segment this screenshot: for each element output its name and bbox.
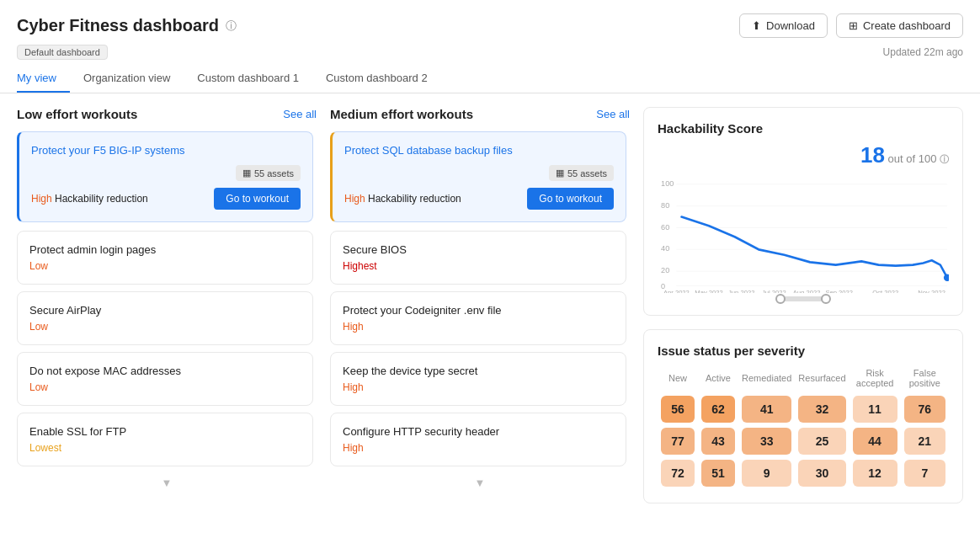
med-item-3-title[interactable]: Keep the device type secret <box>343 365 614 377</box>
med-item-4-severity: High <box>343 442 364 454</box>
svg-text:Sep 2022: Sep 2022 <box>825 289 853 293</box>
title-info-icon[interactable]: ⓘ <box>226 19 237 34</box>
low-item-2-severity: Low <box>29 321 48 333</box>
table-row: 9 <box>738 457 795 489</box>
low-effort-assets-badge: ▦ 55 assets <box>236 165 301 181</box>
table-row: 33 <box>738 425 795 457</box>
svg-text:Oct 2022: Oct 2022 <box>872 289 898 293</box>
create-dashboard-button[interactable]: ⊞ Create dashboard <box>836 13 963 38</box>
low-effort-see-all[interactable]: See all <box>283 108 317 120</box>
table-row: 25 <box>795 425 849 457</box>
hackability-card: Hackability Score 18 out of 100 ⓘ 100 80… <box>643 107 963 316</box>
list-item: Protect admin login pages Low <box>17 231 313 285</box>
low-effort-title: Low effort workouts <box>17 107 137 121</box>
list-item: Do not expose MAC addresses Low <box>17 352 313 406</box>
low-item-1-title[interactable]: Protect admin login pages <box>29 243 301 256</box>
med-item-1-title[interactable]: Secure BIOS <box>343 243 614 256</box>
hackability-title: Hackability Score <box>658 121 949 136</box>
tab-custom-2[interactable]: Custom dashboard 2 <box>312 65 441 93</box>
hackability-out-of: out of 100 <box>888 152 937 165</box>
hackability-info-icon[interactable]: ⓘ <box>940 154 949 164</box>
tab-bar: My view Organization view Custom dashboa… <box>0 65 980 93</box>
medium-effort-assets-badge: ▦ 55 assets <box>549 165 614 181</box>
table-row: 30 <box>795 457 849 489</box>
scroll-down-arrow-med[interactable]: ▼ <box>475 477 486 489</box>
table-row: 56 <box>658 393 698 425</box>
low-effort-featured-title[interactable]: Protect your F5 BIG-IP systems <box>31 144 301 157</box>
medium-effort-featured-title[interactable]: Protect SQL database backup files <box>344 144 614 157</box>
med-item-2-severity: High <box>343 321 364 333</box>
issue-table: New Active Remediated Resurfaced Risk ac… <box>658 368 949 489</box>
med-item-4-title[interactable]: Configure HTTP security header <box>343 425 614 438</box>
medium-effort-go-btn[interactable]: Go to workout <box>527 188 614 210</box>
scroll-down-arrow[interactable]: ▼ <box>162 477 173 489</box>
low-effort-severity: High <box>31 193 52 205</box>
col-new: New <box>658 368 698 393</box>
table-row: 7 <box>901 457 949 489</box>
low-item-3-title[interactable]: Do not expose MAC addresses <box>29 365 301 377</box>
col-active: Active <box>698 368 738 393</box>
table-row: 11 <box>850 393 901 425</box>
hackability-chart: 100 80 60 40 20 0 <box>658 175 949 293</box>
col-remediated: Remediated <box>738 368 795 393</box>
list-item: Protect your Codeigniter .env file High <box>330 291 626 345</box>
low-effort-featured-card: Protect your F5 BIG-IP systems ▦ 55 asse… <box>17 131 313 222</box>
low-item-4-title[interactable]: Enable SSL for FTP <box>29 425 301 438</box>
svg-text:60: 60 <box>661 221 669 231</box>
tab-my-view[interactable]: My view <box>17 65 70 93</box>
create-icon: ⊞ <box>849 19 858 32</box>
list-item: Enable SSL for FTP Lowest <box>17 413 313 466</box>
svg-text:Aug 2022: Aug 2022 <box>793 289 821 293</box>
medium-effort-title: Medium effort workouts <box>330 107 473 121</box>
list-item: Configure HTTP security header High <box>330 413 626 466</box>
table-row: 76 <box>901 393 949 425</box>
hackability-score-value: 18 <box>860 142 885 168</box>
default-badge: Default dashboard <box>17 45 108 60</box>
table-row: 41 <box>738 393 795 425</box>
page-title: Cyber Fitness dashboard <box>17 16 219 35</box>
svg-text:100: 100 <box>661 178 674 188</box>
svg-text:80: 80 <box>661 200 669 210</box>
table-row: 43 <box>698 425 738 457</box>
col-false-positive: False positive <box>901 368 949 393</box>
table-row: 21 <box>901 425 949 457</box>
svg-point-12 <box>944 274 949 281</box>
assets-icon: ▦ <box>242 168 251 178</box>
low-item-1-severity: Low <box>29 260 48 272</box>
svg-text:40: 40 <box>661 243 669 253</box>
low-effort-go-btn[interactable]: Go to workout <box>214 188 301 210</box>
low-item-3-severity: Low <box>29 381 48 393</box>
med-item-1-severity: Highest <box>343 260 377 272</box>
svg-text:Apr 2022: Apr 2022 <box>663 289 690 293</box>
low-item-4-severity: Lowest <box>29 442 61 454</box>
chart-range-slider[interactable] <box>658 296 949 301</box>
tab-custom-1[interactable]: Custom dashboard 1 <box>184 65 312 93</box>
col-risk-accepted: Risk accepted <box>850 368 901 393</box>
updated-text: Updated 22m ago <box>883 46 963 58</box>
table-row: 44 <box>850 425 901 457</box>
download-icon: ⬆ <box>752 19 761 32</box>
right-panel: Hackability Score 18 out of 100 ⓘ 100 80… <box>643 107 963 533</box>
svg-text:Jul 2022: Jul 2022 <box>762 289 786 293</box>
issue-status-title: Issue status per severity <box>658 344 949 358</box>
table-row: 51 <box>698 457 738 489</box>
medium-effort-featured-card: Protect SQL database backup files ▦ 55 a… <box>330 131 626 222</box>
tab-org-view[interactable]: Organization view <box>70 65 184 93</box>
medium-effort-severity-label: Hackability reduction <box>368 193 461 205</box>
medium-effort-severity: High <box>344 193 365 205</box>
svg-text:May 2022: May 2022 <box>695 289 722 293</box>
list-item: Secure AirPlay Low <box>17 291 313 345</box>
low-effort-column: Low effort workouts See all Protect your… <box>17 107 330 533</box>
download-button[interactable]: ⬆ Download <box>739 13 828 38</box>
med-item-2-title[interactable]: Protect your Codeigniter .env file <box>343 304 614 317</box>
table-row: 32 <box>795 393 849 425</box>
svg-text:20: 20 <box>661 265 669 274</box>
list-item: Secure BIOS Highest <box>330 231 626 285</box>
assets-icon-med: ▦ <box>556 168 564 178</box>
low-item-2-title[interactable]: Secure AirPlay <box>29 304 301 317</box>
svg-text:Nov 2022: Nov 2022 <box>918 289 945 293</box>
medium-effort-see-all[interactable]: See all <box>596 108 630 120</box>
table-row: 12 <box>850 457 901 489</box>
table-row: 62 <box>698 393 738 425</box>
low-effort-severity-label: Hackability reduction <box>55 193 148 205</box>
